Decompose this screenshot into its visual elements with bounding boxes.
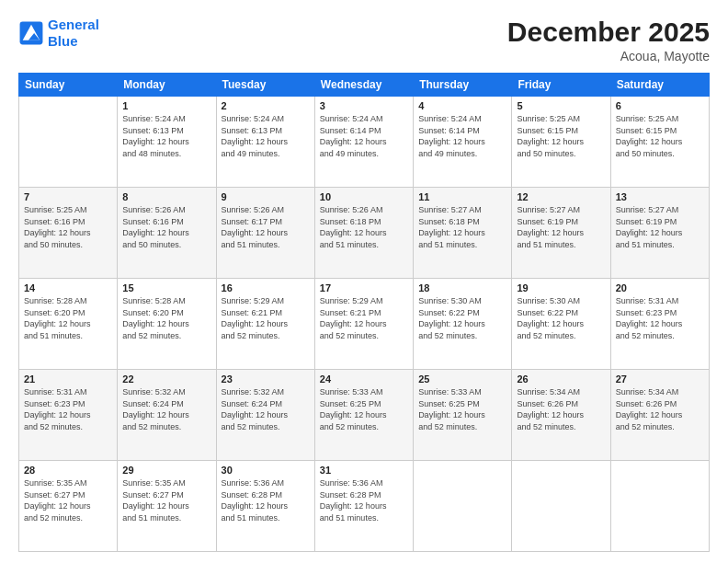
day-info: Sunrise: 5:24 AM Sunset: 6:14 PM Dayligh… <box>320 113 408 159</box>
day-number: 28 <box>24 465 112 476</box>
day-number: 8 <box>122 191 210 202</box>
calendar-cell: 20Sunrise: 5:31 AM Sunset: 6:23 PM Dayli… <box>610 279 709 370</box>
day-info: Sunrise: 5:27 AM Sunset: 6:19 PM Dayligh… <box>616 204 704 250</box>
calendar-cell: 2Sunrise: 5:24 AM Sunset: 6:13 PM Daylig… <box>216 97 314 188</box>
day-number: 20 <box>616 282 704 293</box>
calendar-cell: 13Sunrise: 5:27 AM Sunset: 6:19 PM Dayli… <box>610 188 709 279</box>
day-info: Sunrise: 5:34 AM Sunset: 6:26 PM Dayligh… <box>616 386 704 432</box>
calendar-cell: 24Sunrise: 5:33 AM Sunset: 6:25 PM Dayli… <box>314 370 413 461</box>
calendar-week-row: 14Sunrise: 5:28 AM Sunset: 6:20 PM Dayli… <box>19 279 710 370</box>
calendar-cell: 1Sunrise: 5:24 AM Sunset: 6:13 PM Daylig… <box>118 97 216 188</box>
day-number: 21 <box>24 373 112 385</box>
calendar-cell: 27Sunrise: 5:34 AM Sunset: 6:26 PM Dayli… <box>610 370 709 461</box>
page: General Blue December 2025 Acoua, Mayott… <box>0 0 728 563</box>
day-number: 17 <box>320 282 408 293</box>
col-header-sunday: Sunday <box>19 74 118 97</box>
day-number: 4 <box>418 100 506 111</box>
day-info: Sunrise: 5:33 AM Sunset: 6:25 PM Dayligh… <box>320 386 408 432</box>
calendar-cell: 25Sunrise: 5:33 AM Sunset: 6:25 PM Dayli… <box>414 370 512 461</box>
day-number: 26 <box>517 373 605 385</box>
calendar-cell: 21Sunrise: 5:31 AM Sunset: 6:23 PM Dayli… <box>19 370 118 461</box>
day-info: Sunrise: 5:29 AM Sunset: 6:21 PM Dayligh… <box>222 295 310 341</box>
day-info: Sunrise: 5:26 AM Sunset: 6:18 PM Dayligh… <box>320 204 408 250</box>
day-number: 9 <box>222 191 310 202</box>
day-number: 3 <box>320 100 408 111</box>
calendar-table: SundayMondayTuesdayWednesdayThursdayFrid… <box>18 73 710 552</box>
day-number: 14 <box>24 282 112 293</box>
calendar-cell: 17Sunrise: 5:29 AM Sunset: 6:21 PM Dayli… <box>314 279 413 370</box>
day-info: Sunrise: 5:28 AM Sunset: 6:20 PM Dayligh… <box>122 295 210 341</box>
calendar-cell: 15Sunrise: 5:28 AM Sunset: 6:20 PM Dayli… <box>118 279 216 370</box>
day-number: 18 <box>418 282 506 293</box>
calendar-cell: 10Sunrise: 5:26 AM Sunset: 6:18 PM Dayli… <box>314 188 413 279</box>
col-header-saturday: Saturday <box>610 74 709 97</box>
col-header-wednesday: Wednesday <box>314 74 413 97</box>
calendar-cell: 29Sunrise: 5:35 AM Sunset: 6:27 PM Dayli… <box>118 461 216 552</box>
day-info: Sunrise: 5:31 AM Sunset: 6:23 PM Dayligh… <box>24 386 112 432</box>
logo: General Blue <box>18 17 99 50</box>
day-number: 10 <box>320 191 408 202</box>
day-info: Sunrise: 5:30 AM Sunset: 6:22 PM Dayligh… <box>517 295 605 341</box>
day-number: 7 <box>24 191 112 202</box>
day-info: Sunrise: 5:28 AM Sunset: 6:20 PM Dayligh… <box>24 295 112 341</box>
day-info: Sunrise: 5:30 AM Sunset: 6:22 PM Dayligh… <box>418 295 506 341</box>
calendar-cell: 19Sunrise: 5:30 AM Sunset: 6:22 PM Dayli… <box>512 279 610 370</box>
calendar-cell: 31Sunrise: 5:36 AM Sunset: 6:28 PM Dayli… <box>314 461 413 552</box>
calendar-cell: 12Sunrise: 5:27 AM Sunset: 6:19 PM Dayli… <box>512 188 610 279</box>
col-header-tuesday: Tuesday <box>216 74 314 97</box>
day-info: Sunrise: 5:24 AM Sunset: 6:14 PM Dayligh… <box>418 113 506 159</box>
day-info: Sunrise: 5:35 AM Sunset: 6:27 PM Dayligh… <box>122 477 210 523</box>
day-info: Sunrise: 5:35 AM Sunset: 6:27 PM Dayligh… <box>24 477 112 523</box>
day-number: 11 <box>418 191 506 202</box>
day-number: 12 <box>517 191 605 202</box>
day-info: Sunrise: 5:25 AM Sunset: 6:15 PM Dayligh… <box>616 113 704 159</box>
calendar-cell: 8Sunrise: 5:26 AM Sunset: 6:16 PM Daylig… <box>118 188 216 279</box>
day-number: 31 <box>320 465 408 476</box>
calendar-cell: 4Sunrise: 5:24 AM Sunset: 6:14 PM Daylig… <box>414 97 512 188</box>
header: General Blue December 2025 Acoua, Mayott… <box>18 17 710 63</box>
day-info: Sunrise: 5:33 AM Sunset: 6:25 PM Dayligh… <box>418 386 506 432</box>
day-info: Sunrise: 5:31 AM Sunset: 6:23 PM Dayligh… <box>616 295 704 341</box>
calendar-cell: 18Sunrise: 5:30 AM Sunset: 6:22 PM Dayli… <box>414 279 512 370</box>
day-number: 16 <box>222 282 310 293</box>
day-number: 13 <box>616 191 704 202</box>
calendar-cell: 9Sunrise: 5:26 AM Sunset: 6:17 PM Daylig… <box>216 188 314 279</box>
day-info: Sunrise: 5:32 AM Sunset: 6:24 PM Dayligh… <box>122 386 210 432</box>
day-info: Sunrise: 5:26 AM Sunset: 6:17 PM Dayligh… <box>222 204 310 250</box>
day-info: Sunrise: 5:25 AM Sunset: 6:15 PM Dayligh… <box>517 113 605 159</box>
day-info: Sunrise: 5:24 AM Sunset: 6:13 PM Dayligh… <box>122 113 210 159</box>
calendar-cell <box>610 461 709 552</box>
calendar-cell: 14Sunrise: 5:28 AM Sunset: 6:20 PM Dayli… <box>19 279 118 370</box>
day-info: Sunrise: 5:29 AM Sunset: 6:21 PM Dayligh… <box>320 295 408 341</box>
calendar-cell: 6Sunrise: 5:25 AM Sunset: 6:15 PM Daylig… <box>610 97 709 188</box>
day-info: Sunrise: 5:36 AM Sunset: 6:28 PM Dayligh… <box>222 477 310 523</box>
month-title: December 2025 <box>507 17 710 47</box>
calendar-week-row: 28Sunrise: 5:35 AM Sunset: 6:27 PM Dayli… <box>19 461 710 552</box>
calendar-cell: 22Sunrise: 5:32 AM Sunset: 6:24 PM Dayli… <box>118 370 216 461</box>
logo-icon <box>18 20 44 46</box>
logo-general: General <box>48 17 99 32</box>
day-number: 25 <box>418 373 506 385</box>
calendar-week-row: 7Sunrise: 5:25 AM Sunset: 6:16 PM Daylig… <box>19 188 710 279</box>
calendar-week-row: 21Sunrise: 5:31 AM Sunset: 6:23 PM Dayli… <box>19 370 710 461</box>
day-info: Sunrise: 5:27 AM Sunset: 6:19 PM Dayligh… <box>517 204 605 250</box>
calendar-week-row: 1Sunrise: 5:24 AM Sunset: 6:13 PM Daylig… <box>19 97 710 188</box>
col-header-monday: Monday <box>118 74 216 97</box>
day-info: Sunrise: 5:34 AM Sunset: 6:26 PM Dayligh… <box>517 386 605 432</box>
calendar-cell: 30Sunrise: 5:36 AM Sunset: 6:28 PM Dayli… <box>216 461 314 552</box>
day-number: 2 <box>222 100 310 111</box>
day-number: 5 <box>517 100 605 111</box>
calendar-header-row: SundayMondayTuesdayWednesdayThursdayFrid… <box>19 74 710 97</box>
day-number: 29 <box>122 465 210 476</box>
location-subtitle: Acoua, Mayotte <box>507 49 710 63</box>
day-number: 27 <box>616 373 704 385</box>
day-number: 19 <box>517 282 605 293</box>
logo-text: General Blue <box>48 17 99 50</box>
day-number: 23 <box>222 373 310 385</box>
col-header-friday: Friday <box>512 74 610 97</box>
day-info: Sunrise: 5:24 AM Sunset: 6:13 PM Dayligh… <box>222 113 310 159</box>
day-info: Sunrise: 5:25 AM Sunset: 6:16 PM Dayligh… <box>24 204 112 250</box>
calendar-cell <box>19 97 118 188</box>
day-info: Sunrise: 5:27 AM Sunset: 6:18 PM Dayligh… <box>418 204 506 250</box>
day-number: 22 <box>122 373 210 385</box>
